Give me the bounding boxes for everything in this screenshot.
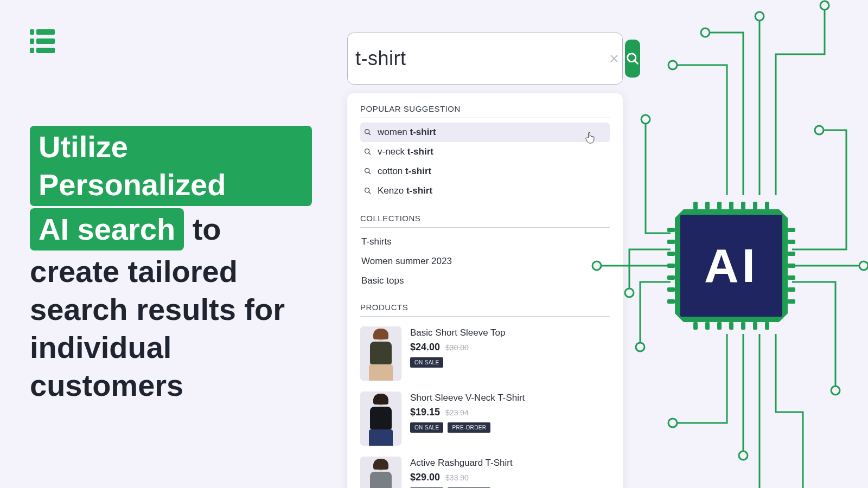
search-dropdown: POPULAR SUGGESTION women t-shirtv-neck t… <box>347 93 623 488</box>
ai-chip-icon: AI <box>666 201 796 331</box>
product-item[interactable]: Basic Short Sleeve Top$24.00$30.00ON SAL… <box>360 321 610 386</box>
product-item[interactable]: Short Sleeve V-Neck T-Shirt$19.15$23.94O… <box>360 386 610 451</box>
suggestion-item[interactable]: Kenzo t-shirt <box>360 181 610 201</box>
product-title: Basic Short Sleeve Top <box>410 328 610 338</box>
svg-point-20 <box>739 451 748 460</box>
suggestion-text: Kenzo t-shirt <box>378 185 432 196</box>
svg-line-11 <box>369 192 371 194</box>
svg-point-19 <box>668 419 677 427</box>
hero-heading: Utilize Personalized AI search to create… <box>30 126 312 404</box>
product-title: Short Sleeve V-Neck T-Shirt <box>410 393 610 403</box>
collection-item[interactable]: Women summer 2023 <box>360 252 610 271</box>
svg-point-24 <box>641 115 650 124</box>
product-price: $24.00 <box>410 342 440 353</box>
suggestion-text: cotton t-shirt <box>378 166 431 177</box>
svg-point-23 <box>636 343 644 351</box>
product-image <box>360 326 401 381</box>
product-price-old: $30.00 <box>445 343 469 352</box>
suggestion-item[interactable]: women t-shirt <box>360 123 610 142</box>
search-button[interactable] <box>625 40 640 78</box>
product-image <box>360 457 401 488</box>
product-price: $29.00 <box>410 472 440 483</box>
collection-item[interactable]: T-shirts <box>360 232 610 252</box>
suggestion-text: women t-shirt <box>378 127 436 138</box>
svg-point-12 <box>668 61 677 69</box>
svg-line-7 <box>369 153 371 155</box>
svg-point-16 <box>815 126 824 134</box>
product-title: Active Rashguard T-Shirt <box>410 458 610 468</box>
suggestion-item[interactable]: cotton t-shirt <box>360 162 610 181</box>
product-badge: ON SALE <box>410 422 443 433</box>
svg-point-17 <box>859 261 868 270</box>
product-item[interactable]: Active Rashguard T-Shirt$29.00$33.90ON S… <box>360 451 610 488</box>
suggestions-list: women t-shirtv-neck t-shirtcotton t-shir… <box>360 123 610 201</box>
products-heading: PRODUCTS <box>360 303 610 317</box>
svg-point-15 <box>820 1 829 10</box>
search-icon <box>625 51 640 66</box>
suggestion-item[interactable]: v-neck t-shirt <box>360 142 610 162</box>
chip-label: AI <box>704 238 758 293</box>
svg-point-21 <box>625 288 634 297</box>
suggestion-text: v-neck t-shirt <box>378 146 433 157</box>
product-badge: PRE-ORDER <box>448 422 490 433</box>
svg-line-9 <box>369 172 371 174</box>
svg-point-13 <box>701 28 710 37</box>
collections-heading: COLLECTIONS <box>360 214 610 228</box>
hero-highlight-2: AI search <box>30 208 184 251</box>
clear-icon[interactable] <box>609 52 620 65</box>
search-input[interactable] <box>355 47 599 70</box>
collections-list: T-shirtsWomen summer 2023Basic tops <box>360 232 610 291</box>
search-bar <box>347 33 623 85</box>
svg-line-5 <box>369 133 371 135</box>
app-logo <box>30 29 55 53</box>
svg-point-14 <box>755 12 764 21</box>
product-badge: ON SALE <box>410 357 443 368</box>
product-image <box>360 391 401 446</box>
product-price: $19.15 <box>410 407 440 418</box>
svg-point-18 <box>831 386 840 395</box>
product-price-old: $23.94 <box>445 408 469 417</box>
suggestions-heading: POPULAR SUGGESTION <box>360 104 610 118</box>
svg-line-3 <box>635 61 637 63</box>
hero-highlight-1: Utilize Personalized <box>30 126 312 206</box>
collection-item[interactable]: Basic tops <box>360 271 610 291</box>
products-list: Basic Short Sleeve Top$24.00$30.00ON SAL… <box>360 321 610 488</box>
product-price-old: $33.90 <box>445 473 469 482</box>
